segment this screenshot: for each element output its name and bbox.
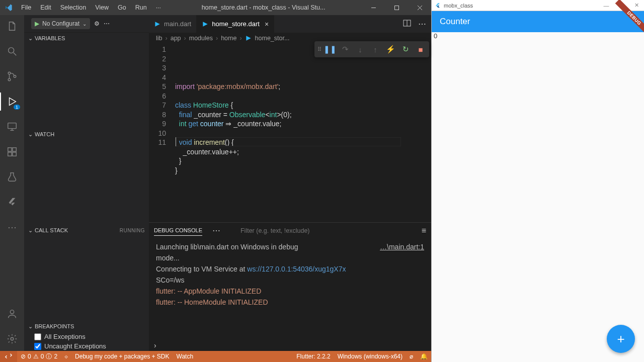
info-icon: ⓘ — [46, 352, 52, 361]
feedback-icon[interactable]: ⌀ — [406, 353, 417, 360]
chevron-down-icon: ⌄ — [28, 227, 33, 234]
source-control-icon[interactable] — [5, 69, 19, 83]
close-tab-icon[interactable]: × — [265, 20, 269, 28]
pause-button[interactable]: ❚❚ — [325, 44, 336, 55]
menu-edit[interactable]: Edit — [36, 2, 55, 13]
bp-uncaught-exceptions[interactable]: Uncaught Exceptions — [24, 341, 149, 351]
step-over-button[interactable]: ↷ — [340, 44, 351, 55]
fw-close-button[interactable]: ✕ — [629, 2, 644, 9]
flutter-version-status[interactable]: Flutter: 2.2.2 — [293, 353, 334, 360]
code-content[interactable]: import 'package:mobx/mobx.dart'; class H… — [175, 44, 431, 222]
chevron-down-icon: ⌄ — [28, 131, 33, 138]
plus-icon: + — [617, 331, 624, 347]
vscode-window: File Edit Selection View Go Run ··· home… — [0, 0, 431, 362]
menu-run[interactable]: Run — [131, 2, 151, 13]
increment-fab[interactable]: + — [607, 325, 635, 353]
clear-console-icon[interactable]: ≡ — [422, 226, 426, 235]
debug-config-status[interactable]: Debug my code + packages + SDK — [71, 353, 173, 360]
menu-view[interactable]: View — [91, 2, 113, 13]
run-config-label: No Configurat — [42, 20, 79, 27]
watch-status[interactable]: Watch — [173, 353, 197, 360]
close-button[interactable] — [408, 0, 431, 15]
console-output[interactable]: …\main.dart:1Launching lib\main.dart on … — [149, 238, 431, 340]
step-into-button[interactable]: ↓ — [355, 44, 366, 55]
flutter-window-title: mobx_class — [444, 3, 473, 9]
svg-point-18 — [11, 337, 14, 340]
svg-rect-14 — [8, 152, 12, 156]
debug-toolbar[interactable]: ⠿ ❚❚ ↷ ↓ ↑ ⚡ ↻ ■ — [314, 41, 429, 57]
split-editor-icon[interactable] — [403, 19, 411, 29]
chevron-down-icon: ⌄ — [28, 323, 33, 330]
flutter-icon[interactable] — [5, 195, 19, 209]
breakpoints-section[interactable]: ⌄BREAKPOINTS — [24, 321, 149, 332]
minimize-button[interactable] — [362, 0, 385, 15]
watch-section[interactable]: ⌄WATCH — [24, 129, 149, 140]
status-bar: ⊘0 ⚠0 ⓘ2 ⟐ Debug my code + packages + SD… — [0, 351, 431, 362]
menu-go[interactable]: Go — [114, 2, 130, 13]
tab-main-dart[interactable]: main.dart — [149, 15, 197, 33]
flutter-app-window: mobx_class — ▢ ✕ Counter DEBUG 0 + — [431, 0, 644, 362]
restart-button[interactable]: ↻ — [400, 44, 411, 55]
run-debug-icon[interactable]: 1 — [5, 95, 19, 109]
checkbox[interactable] — [34, 333, 41, 340]
tab-home-store-dart[interactable]: home_store.dart × — [197, 15, 274, 33]
maximize-button[interactable] — [385, 0, 408, 15]
search-icon[interactable] — [5, 44, 19, 58]
svg-rect-15 — [13, 152, 16, 156]
fw-minimize-button[interactable]: — — [599, 2, 614, 9]
step-out-button[interactable]: ↑ — [370, 44, 381, 55]
callstack-section[interactable]: ⌄CALL STACKRUNNING — [24, 225, 149, 236]
code-editor[interactable]: 1234567891011 import 'package:mobx/mobx.… — [149, 44, 431, 222]
play-icon: ▶ — [35, 20, 39, 27]
svg-rect-9 — [8, 123, 17, 129]
drag-handle-icon[interactable]: ⠿ — [317, 46, 320, 53]
extensions-icon[interactable] — [5, 145, 19, 159]
console-filter-input[interactable] — [240, 227, 409, 234]
remote-explorer-icon[interactable] — [5, 120, 19, 134]
menu-more[interactable]: ··· — [152, 2, 165, 13]
chevron-down-icon: ⌄ — [28, 35, 33, 42]
gear-icon[interactable]: ⚙ — [94, 20, 100, 27]
svg-rect-12 — [8, 148, 12, 151]
menu-file[interactable]: File — [17, 2, 35, 13]
editor-tabs: main.dart home_store.dart × ⋯ — [149, 15, 431, 33]
window-title: home_store.dart - mobx_class - Visual St… — [165, 4, 362, 11]
error-icon: ⊘ — [21, 353, 26, 360]
stop-button[interactable]: ■ — [415, 44, 426, 55]
svg-point-17 — [10, 310, 14, 314]
platform-status[interactable]: Windows (windows-x64) — [334, 353, 406, 360]
activity-bar: 1 ⋯ — [0, 15, 24, 351]
run-config-selector[interactable]: ▶ No Configurat ⌄ — [31, 18, 90, 29]
account-icon[interactable] — [5, 307, 19, 321]
dart-file-icon — [245, 35, 252, 42]
explorer-icon[interactable] — [5, 19, 19, 33]
panel-more-icon[interactable]: ⋯ — [212, 226, 220, 235]
testing-icon[interactable] — [5, 170, 19, 184]
settings-icon[interactable] — [5, 332, 19, 346]
line-gutter: 1234567891011 — [149, 44, 175, 222]
more-actions-icon[interactable]: ⋯ — [104, 20, 110, 27]
svg-rect-13 — [13, 148, 16, 151]
more-icon[interactable]: ⋯ — [5, 220, 19, 234]
problems-status[interactable]: ⊘0 ⚠0 ⓘ2 — [17, 352, 61, 361]
debug-target-icon[interactable]: ⟐ — [61, 353, 71, 360]
flutter-body: 0 + — [432, 32, 644, 362]
notifications-icon[interactable]: 🔔 — [417, 353, 431, 360]
dart-file-icon — [202, 21, 209, 28]
counter-value: 0 — [434, 32, 437, 40]
svg-line-5 — [14, 53, 17, 56]
warning-icon: ⚠ — [33, 353, 39, 360]
vscode-logo-icon — [0, 4, 17, 12]
checkbox[interactable] — [34, 343, 41, 350]
remote-indicator[interactable] — [0, 351, 17, 362]
svg-point-8 — [14, 75, 16, 78]
menu-selection[interactable]: Selection — [56, 2, 90, 13]
debug-panel: DEBUG CONSOLE ⋯ ≡ …\main.dart:1Launching… — [149, 222, 431, 351]
debug-console-tab[interactable]: DEBUG CONSOLE — [154, 225, 202, 236]
console-input-chevron-icon[interactable]: › — [154, 341, 156, 349]
hot-reload-button[interactable]: ⚡ — [385, 44, 396, 55]
bp-all-exceptions[interactable]: All Exceptions — [24, 332, 149, 341]
main-menu: File Edit Selection View Go Run ··· — [17, 2, 165, 13]
variables-section[interactable]: ⌄VARIABLES — [24, 33, 149, 44]
more-tab-actions-icon[interactable]: ⋯ — [418, 19, 426, 29]
